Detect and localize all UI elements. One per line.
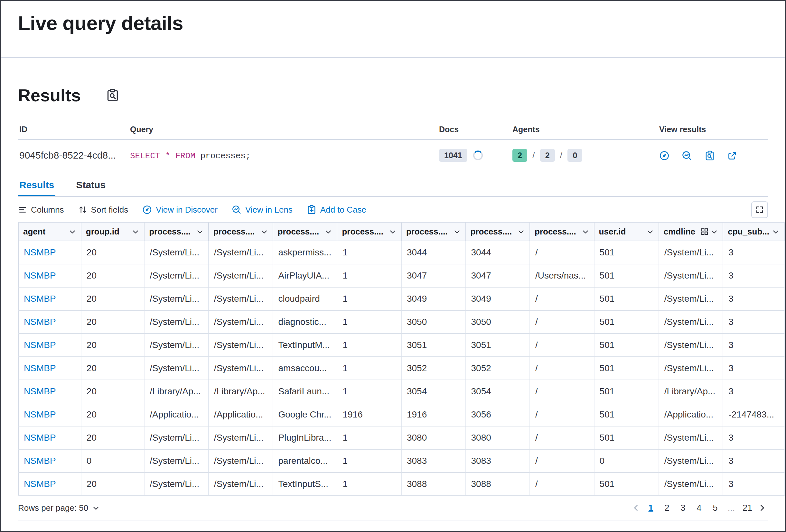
cell-agent[interactable]: NSMBP <box>18 403 81 426</box>
cell-user-id: 501 <box>594 241 659 264</box>
agent-link[interactable]: NSMBP <box>24 409 56 419</box>
column-label: process.... <box>149 227 190 237</box>
column-chevron-icon[interactable] <box>710 228 718 236</box>
column-header-group-id[interactable]: group.id <box>81 222 144 241</box>
page-button-2[interactable]: 2 <box>660 501 674 515</box>
agent-link[interactable]: NSMBP <box>24 317 56 327</box>
column-chevron-icon[interactable] <box>646 228 654 236</box>
add-to-case-button[interactable]: Add to Case <box>307 203 366 216</box>
column-header-cmdline[interactable]: cmdline <box>659 222 723 241</box>
summary-header-query: Query <box>129 121 438 140</box>
agent-link[interactable]: NSMBP <box>24 270 56 281</box>
view-in-lens-button[interactable]: View in Lens <box>232 203 293 216</box>
cell-process-5: 3052 <box>401 357 466 380</box>
cell-process-2: /Library/Ap... <box>209 380 273 403</box>
column-header-process-5[interactable]: process.... <box>401 222 466 241</box>
agent-link[interactable]: NSMBP <box>24 479 56 489</box>
cell-process-2: /System/Li... <box>209 264 273 287</box>
column-header-process-4[interactable]: process.... <box>337 222 401 241</box>
cell-agent[interactable]: NSMBP <box>18 449 81 473</box>
clipboard-search-icon <box>106 89 119 102</box>
view-in-discover-button[interactable]: View in Discover <box>142 203 217 216</box>
cell-process-5: 3050 <box>401 310 466 334</box>
column-header-process-6[interactable]: process.... <box>466 222 530 241</box>
tab-status[interactable]: Status <box>75 173 107 196</box>
column-header-process-1[interactable]: process.... <box>144 222 209 241</box>
column-chevron-icon[interactable] <box>196 228 204 236</box>
open-details-action[interactable] <box>727 150 737 161</box>
cell-agent[interactable]: NSMBP <box>18 426 81 449</box>
page-button-4[interactable]: 4 <box>692 501 706 515</box>
cell-agent[interactable]: NSMBP <box>18 264 81 287</box>
cell-process-3: AirPlayUIA... <box>273 264 337 287</box>
cell-agent[interactable]: NSMBP <box>18 473 81 495</box>
tab-results[interactable]: Results <box>18 173 55 196</box>
agent-link[interactable]: NSMBP <box>24 433 56 442</box>
view-in-discover-action[interactable] <box>659 150 669 161</box>
column-chevron-icon[interactable] <box>389 228 396 236</box>
summary-header-id: ID <box>18 121 129 140</box>
previous-page-button[interactable] <box>630 502 642 514</box>
page-button-1[interactable]: 1 <box>644 501 658 515</box>
sort-fields-button[interactable]: Sort fields <box>78 203 129 216</box>
cell-agent[interactable]: NSMBP <box>18 380 81 403</box>
summary-header-row: ID Query Docs Agents View results <box>18 121 768 140</box>
chevron-left-icon <box>631 503 641 512</box>
column-header-process-3[interactable]: process.... <box>273 222 337 241</box>
cell-agent[interactable]: NSMBP <box>18 287 81 310</box>
column-chevron-icon[interactable] <box>132 228 139 236</box>
column-header-process-7[interactable]: process.... <box>530 222 594 241</box>
cell-process-3: parentalco... <box>273 449 337 473</box>
cmdline-column-actions-icon[interactable] <box>701 228 709 236</box>
table-row: NSMBP0/System/Li.../System/Li...parental… <box>18 449 784 473</box>
column-chevron-icon[interactable] <box>260 228 268 236</box>
agent-link[interactable]: NSMBP <box>24 456 56 466</box>
agent-link[interactable]: NSMBP <box>24 294 56 304</box>
page-button-3[interactable]: 3 <box>676 501 690 515</box>
column-chevron-icon[interactable] <box>324 228 332 236</box>
cell-process-1: /System/Li... <box>144 264 209 287</box>
inspect-action[interactable] <box>704 150 715 161</box>
column-chevron-icon[interactable] <box>772 228 780 236</box>
cell-cpu-sub: 3 <box>723 357 784 380</box>
agent-link[interactable]: NSMBP <box>24 340 56 350</box>
column-header-process-2[interactable]: process.... <box>209 222 273 241</box>
cell-agent[interactable]: NSMBP <box>18 310 81 334</box>
cell-agent[interactable]: NSMBP <box>18 241 81 264</box>
column-chevron-icon[interactable] <box>453 228 461 236</box>
cell-agent[interactable]: NSMBP <box>18 334 81 357</box>
agent-link[interactable]: NSMBP <box>24 386 56 396</box>
column-header-cpu-sub[interactable]: cpu_sub... <box>723 222 784 241</box>
cell-process-1: /System/Li... <box>144 449 209 473</box>
fullscreen-button[interactable] <box>751 201 768 218</box>
cell-process-6: 3049 <box>466 287 530 310</box>
column-chevron-icon[interactable] <box>69 228 76 236</box>
page-button-5[interactable]: 5 <box>708 501 722 515</box>
cell-process-4: 1 <box>337 449 401 473</box>
cell-process-7: / <box>530 334 594 357</box>
agent-link[interactable]: NSMBP <box>24 247 56 257</box>
column-chevron-icon[interactable] <box>582 228 590 236</box>
cell-group-id: 0 <box>81 449 144 473</box>
cell-agent[interactable]: NSMBP <box>18 357 81 380</box>
column-chevron-icon[interactable] <box>517 228 525 236</box>
lens-icon <box>232 205 241 215</box>
inspect-results-button[interactable] <box>105 87 121 103</box>
view-in-lens-action[interactable] <box>682 150 692 161</box>
agent-link[interactable]: NSMBP <box>24 363 56 373</box>
page-button-21[interactable]: 21 <box>740 501 755 515</box>
cell-cpu-sub: 3 <box>723 449 784 473</box>
tab-results-label: Results <box>19 179 54 190</box>
columns-button[interactable]: Columns <box>18 203 64 216</box>
column-label: cmdline <box>664 227 695 237</box>
column-label: process.... <box>535 227 576 237</box>
cell-group-id: 20 <box>81 241 144 264</box>
column-header-user-id[interactable]: user.id <box>594 222 659 241</box>
column-header-agent[interactable]: agent <box>18 222 81 241</box>
next-page-button[interactable] <box>756 502 768 514</box>
pagination: 12345...21 <box>630 501 768 515</box>
rows-per-page-button[interactable]: Rows per page: 50 <box>18 503 100 513</box>
cell-cmdline: /System/Li... <box>659 287 723 310</box>
summary-header-agents: Agents <box>511 121 658 140</box>
column-label: process.... <box>342 227 383 237</box>
